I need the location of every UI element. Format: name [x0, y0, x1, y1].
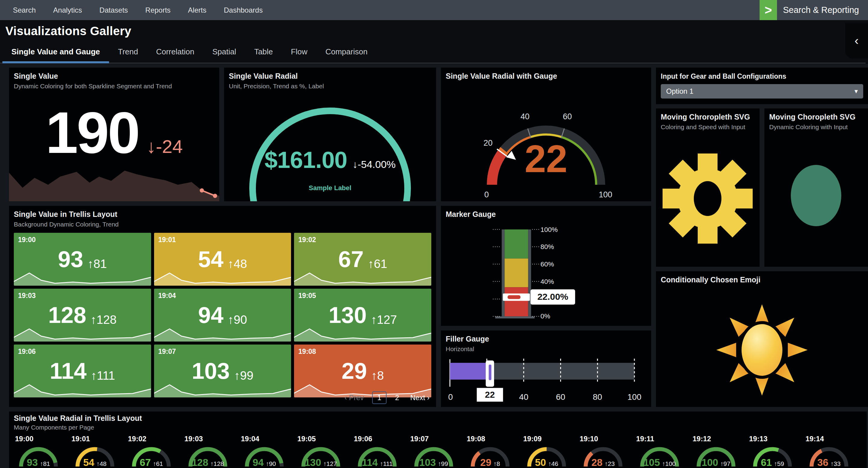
- tile-time: 19:05: [298, 292, 316, 300]
- up-arrow-icon: ↑: [548, 460, 552, 467]
- radial-cell-value: 61: [761, 457, 772, 468]
- panel-title: Moving Choropleth SVG: [764, 108, 868, 121]
- tab-bar: Single Value and GaugeTrendCorrelationSp…: [2, 47, 377, 63]
- filler-axis-60: 60: [556, 392, 565, 402]
- single-value-trend: ↓-24: [147, 136, 183, 157]
- gauge-label-0: 0: [484, 190, 489, 199]
- chevron-left-icon: ‹: [855, 34, 858, 48]
- up-arrow-icon: ↑: [774, 460, 777, 467]
- tile-trend: ↑61: [368, 257, 388, 271]
- pagination-next-button[interactable]: Next ›: [410, 394, 430, 402]
- nav-item-analytics[interactable]: Analytics: [44, 6, 91, 14]
- tab-flow[interactable]: Flow: [282, 47, 316, 63]
- gauge-value: 22: [525, 137, 567, 180]
- radial-cell-trend: ↑59: [774, 460, 784, 467]
- up-arrow-icon: ↑: [228, 313, 234, 326]
- tab-comparison[interactable]: Comparison: [316, 47, 376, 63]
- tile-sparkline: [154, 270, 291, 286]
- marker-rail-left: [502, 229, 504, 316]
- tab-single-value-and-gauge[interactable]: Single Value and Gauge: [2, 47, 109, 63]
- radial-cell-19:11: 19:11 105↑100: [634, 435, 690, 468]
- radial-cell-19:04: 19:04 94↑90: [239, 435, 295, 468]
- tile-sparkline: [154, 326, 291, 342]
- nav-item-search[interactable]: Search: [4, 6, 44, 14]
- up-arrow-icon: ↑: [371, 369, 377, 382]
- input-label: Input for Gear and Ball Configurations: [656, 68, 868, 81]
- filler-axis-100: 100: [627, 392, 641, 402]
- panel-title: Single Value in Trellis Layout: [9, 206, 436, 219]
- radial-cell-time: 19:11: [636, 435, 690, 443]
- nav-item-reports[interactable]: Reports: [137, 6, 179, 14]
- radial-cell-19:00: 19:00 93↑81: [12, 435, 69, 468]
- trellis-tile-19:03: 19:03 128 ↑128: [14, 289, 151, 342]
- tile-trend: ↑99: [234, 369, 253, 382]
- radial-cell-19:06: 19:06 114↑111: [351, 435, 408, 468]
- radial-cell-19:01: 19:01 54↑48: [69, 435, 126, 468]
- panel-title: Single Value Radial: [224, 68, 436, 81]
- filler-value-label: 22: [485, 389, 495, 400]
- pagination-prev-button[interactable]: ‹ Prev: [344, 394, 364, 402]
- up-arrow-icon: ↑: [368, 257, 374, 270]
- chevron-right-icon: ›: [427, 394, 430, 402]
- sparkline-area: [9, 170, 219, 201]
- collapse-panel-button[interactable]: ‹: [845, 23, 868, 59]
- radial-cell-time: 19:04: [241, 435, 295, 443]
- marker-axis-40: 40%: [540, 278, 554, 285]
- gauge-label-60: 60: [563, 112, 572, 121]
- app-name: Search & Reporting: [783, 5, 859, 15]
- up-arrow-icon: ↑: [380, 460, 383, 467]
- configuration-dropdown[interactable]: Option 1 ▾: [661, 84, 863, 98]
- splunk-logo-icon[interactable]: >: [760, 0, 777, 20]
- filler-axis-0: 0: [448, 392, 453, 402]
- radial-arc: [224, 80, 436, 201]
- radial-cell-time: 19:12: [692, 435, 747, 443]
- up-arrow-icon: ↑: [234, 369, 240, 382]
- marker-axis-0: 0%: [540, 312, 550, 320]
- radial-cell-trend: ↑128: [210, 460, 224, 467]
- trellis-tile-19:08: 19:08 29 ↑8: [294, 345, 431, 397]
- app-bar: > Search & Reporting: [760, 0, 868, 20]
- radial-cell-time: 19:09: [523, 435, 577, 443]
- panel-subtitle: Dynamic Coloring with Input: [764, 121, 868, 131]
- panel-subtitle: Many Components per Page: [9, 423, 867, 431]
- tab-trend[interactable]: Trend: [109, 47, 147, 63]
- chevron-left-icon: ‹: [344, 394, 347, 402]
- up-arrow-icon: ↑: [604, 460, 608, 467]
- tile-time: 19:04: [158, 292, 176, 300]
- radial-cell-time: 19:14: [806, 435, 860, 443]
- pagination-page-1[interactable]: 1: [372, 392, 386, 404]
- tab-correlation[interactable]: Correlation: [147, 47, 203, 63]
- trellis-tile-19:01: 19:01 54 ↑48: [154, 233, 291, 286]
- radial-cell-time: 19:10: [580, 435, 634, 443]
- radial-cell-trend: ↑111: [380, 460, 393, 467]
- radial-cell-value: 54: [83, 457, 94, 468]
- radial-cell-value: 93: [27, 457, 38, 468]
- nav-item-alerts[interactable]: Alerts: [179, 6, 215, 14]
- tile-trend: ↑48: [228, 257, 247, 271]
- up-arrow-icon: ↑: [831, 460, 834, 467]
- pagination-page-2[interactable]: 2: [393, 392, 402, 403]
- radial-cell-value: 29: [480, 457, 491, 468]
- tab-table[interactable]: Table: [245, 47, 282, 63]
- panel-radial-trellis: Single Value Radial in Trellis Layout Ma…: [9, 411, 867, 468]
- tile-trend: ↑81: [87, 257, 107, 271]
- gear-icon: [656, 132, 760, 262]
- nav-item-dashboards[interactable]: Dashboards: [215, 6, 271, 14]
- up-arrow-icon: ↑: [493, 460, 497, 467]
- pagination: ‹ Prev 12 Next ›: [344, 392, 430, 404]
- sun-body: [742, 324, 782, 376]
- radial-cell-value: 128: [192, 457, 208, 468]
- trellis-tile-19:00: 19:00 93 ↑81: [14, 233, 151, 286]
- panel-title: Single Value Radial in Trellis Layout: [9, 411, 867, 423]
- tile-value: 29: [341, 360, 367, 382]
- radial-cell-value-group: 36↑33: [806, 457, 852, 468]
- marker-axis-100: 100%: [540, 226, 557, 233]
- tab-spatial[interactable]: Spatial: [203, 47, 245, 63]
- panel-input: Input for Gear and Ball Configurations O…: [656, 68, 868, 104]
- marker-axis-60: 60%: [540, 260, 554, 268]
- nav-item-datasets[interactable]: Datasets: [91, 6, 137, 14]
- radial-cell-19:08: 19:08 29↑8: [464, 435, 521, 468]
- tile-value: 130: [329, 304, 367, 326]
- tile-value: 67: [338, 248, 364, 271]
- tile-time: 19:08: [298, 347, 316, 356]
